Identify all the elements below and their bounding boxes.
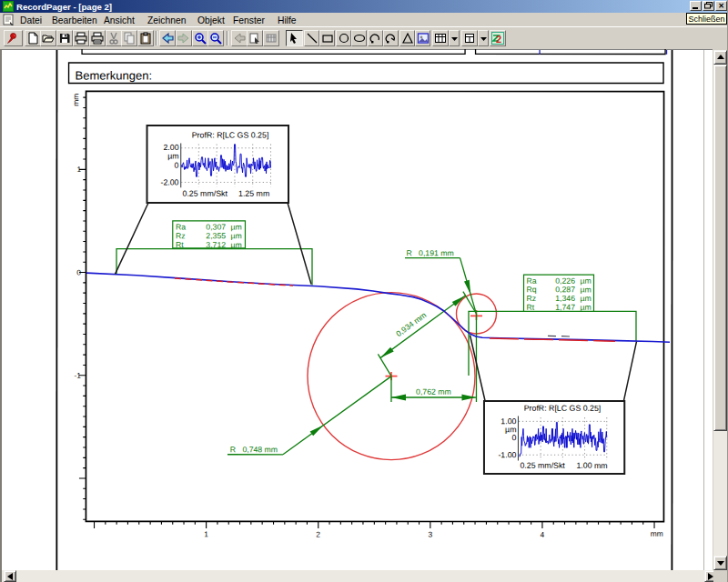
svg-text:Rz: Rz (527, 294, 537, 303)
svg-text:-2.00: -2.00 (160, 177, 178, 186)
svg-text:0: 0 (512, 433, 517, 442)
svg-text:0,287: 0,287 (555, 285, 575, 294)
svg-text:µm: µm (581, 285, 592, 294)
svg-text:ProfR: R[LC GS 0.25]: ProfR: R[LC GS 0.25] (192, 130, 269, 139)
svg-text:0: 0 (175, 161, 179, 170)
svg-text:µm: µm (231, 240, 242, 249)
svg-text:Rt: Rt (176, 240, 184, 249)
svg-text:1: 1 (76, 165, 81, 174)
svg-text:Bemerkungen:: Bemerkungen: (76, 68, 153, 82)
svg-text:3,712: 3,712 (206, 240, 226, 249)
svg-text:Ra: Ra (176, 222, 186, 231)
svg-text:0: 0 (76, 267, 81, 276)
svg-text:Rt: Rt (526, 303, 534, 312)
svg-text:-1.00: -1.00 (498, 450, 516, 459)
svg-text:µm: µm (581, 276, 592, 286)
svg-text:3: 3 (428, 530, 432, 539)
svg-text:R 0,191 mm: R 0,191 mm (407, 248, 454, 257)
svg-text:mm: mm (71, 94, 80, 106)
svg-text:Ra: Ra (527, 276, 537, 286)
svg-text:2: 2 (316, 529, 320, 538)
svg-text:0.25 mm/Skt: 0.25 mm/Skt (183, 189, 228, 198)
svg-text:1.25 mm: 1.25 mm (238, 189, 269, 198)
svg-text:0.25 mm/Skt: 0.25 mm/Skt (520, 461, 565, 470)
svg-text:Rq: Rq (527, 285, 537, 294)
svg-text:0,934 mm: 0,934 mm (394, 310, 428, 338)
svg-text:µm: µm (167, 151, 178, 160)
svg-text:0,307: 0,307 (206, 222, 226, 231)
svg-text:1,346: 1,346 (555, 294, 575, 303)
svg-text:R 0,748 mm: R 0,748 mm (230, 445, 278, 454)
svg-text:-1: -1 (74, 371, 81, 380)
svg-text:µm: µm (231, 222, 242, 231)
svg-text:µm: µm (580, 303, 591, 312)
svg-text:Rz: Rz (176, 231, 186, 240)
svg-text:0,762 mm: 0,762 mm (416, 387, 451, 396)
svg-text:2: 2 (496, 34, 501, 45)
svg-text:0,226: 0,226 (555, 276, 575, 286)
svg-text:ProfR: R[LC GS 0.25]: ProfR: R[LC GS 0.25] (524, 404, 602, 413)
svg-text:1,747: 1,747 (555, 303, 575, 312)
svg-text:2,355: 2,355 (206, 231, 226, 240)
svg-text:4: 4 (540, 530, 544, 539)
svg-text:mm: mm (651, 529, 663, 538)
svg-text:µm: µm (581, 294, 592, 303)
svg-text:1.00 mm: 1.00 mm (576, 461, 607, 470)
svg-text:µm: µm (231, 231, 242, 240)
svg-text:1: 1 (204, 529, 208, 538)
